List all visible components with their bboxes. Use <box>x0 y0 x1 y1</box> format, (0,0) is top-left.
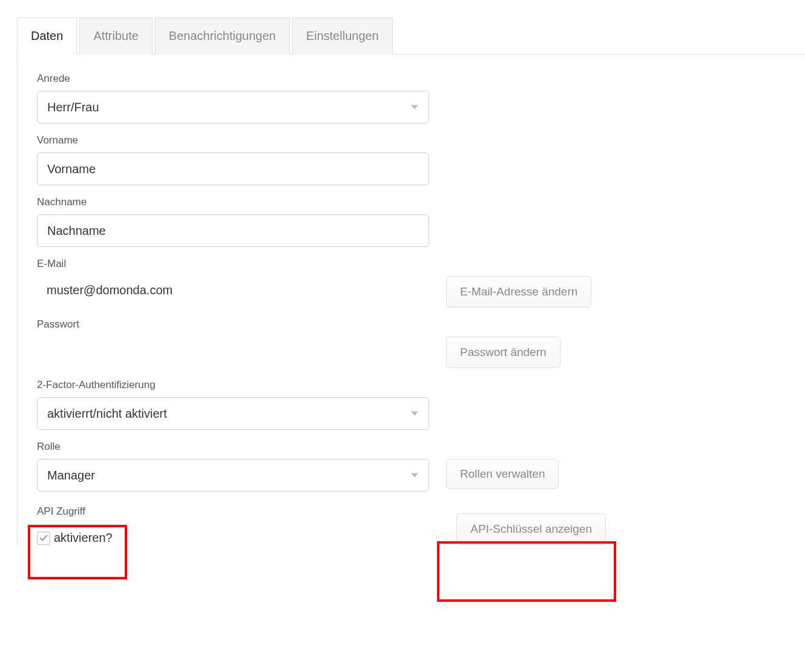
api-label: API Zugriff <box>37 506 113 518</box>
check-icon <box>39 534 48 542</box>
nachname-input[interactable] <box>47 224 419 238</box>
chevron-down-icon <box>411 412 418 416</box>
api-checkbox-label: aktivieren? <box>54 531 113 545</box>
twofactor-select[interactable]: aktivierrt/nicht aktiviert <box>37 397 429 430</box>
rolle-select[interactable]: Manager <box>37 459 429 492</box>
twofactor-value: aktivierrt/nicht aktiviert <box>47 407 167 421</box>
change-password-button[interactable]: Passwort ändern <box>446 337 560 368</box>
change-email-button[interactable]: E-Mail-Adresse ändern <box>446 276 591 308</box>
rolle-label: Rolle <box>37 441 786 453</box>
show-api-key-button[interactable]: API-Schlüssel anzeigen <box>456 513 606 545</box>
nachname-label: Nachname <box>37 196 786 208</box>
vorname-input[interactable] <box>47 162 419 176</box>
vorname-input-wrap <box>37 153 429 185</box>
passwort-label: Passwort <box>37 318 786 331</box>
anrede-label: Anrede <box>37 73 786 85</box>
chevron-down-icon <box>411 473 418 478</box>
tab-attribute[interactable]: Attribute <box>79 18 152 54</box>
anrede-value: Herr/Frau <box>47 100 99 114</box>
manage-roles-button[interactable]: Rollen verwalten <box>446 459 559 489</box>
anrede-select[interactable]: Herr/Frau <box>37 91 429 124</box>
highlight-api-key-button <box>437 541 616 602</box>
tab-einstellungen[interactable]: Einstellungen <box>292 18 393 54</box>
email-label: E-Mail <box>37 258 786 270</box>
nachname-input-wrap <box>37 214 429 247</box>
email-value: muster@domonda.com <box>37 276 429 297</box>
twofactor-label: 2-Factor-Authentifizierung <box>37 379 786 391</box>
rolle-value: Manager <box>47 469 95 483</box>
tabs-bar: Daten Attribute Benachrichtigungen Einst… <box>17 17 805 54</box>
vorname-label: Vorname <box>37 134 786 147</box>
api-enable-checkbox[interactable] <box>37 532 50 545</box>
tab-daten[interactable]: Daten <box>17 18 77 54</box>
chevron-down-icon <box>411 105 418 110</box>
tab-benachrichtigungen[interactable]: Benachrichtigungen <box>155 18 290 54</box>
